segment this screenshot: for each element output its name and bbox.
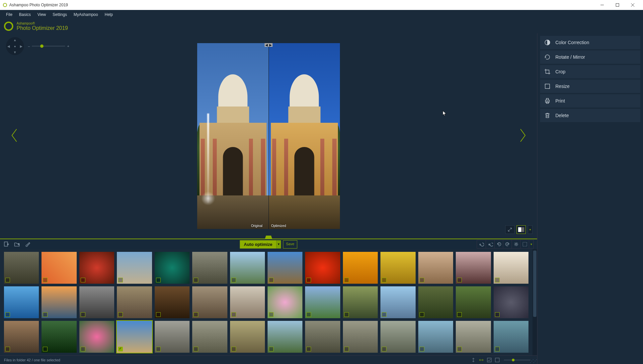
thumbnail[interactable] <box>41 321 76 353</box>
thumbnail-checkbox[interactable] <box>43 278 47 282</box>
thumbnail[interactable] <box>41 252 76 284</box>
rotate-left-button[interactable]: 90 <box>494 240 503 248</box>
thumbnail[interactable] <box>268 321 302 353</box>
thumbnail-checkbox[interactable] <box>81 312 85 317</box>
compare-mode-button[interactable] <box>517 225 526 234</box>
add-folder-button[interactable] <box>14 241 20 247</box>
thumbnail[interactable] <box>380 286 415 318</box>
thumbnail-checkbox[interactable] <box>194 312 198 317</box>
thumbnail-checkbox[interactable] <box>5 312 10 317</box>
thumbnail-checkbox[interactable] <box>156 278 161 282</box>
zoom-minus[interactable]: – <box>28 44 30 48</box>
thumbnail[interactable] <box>117 252 152 284</box>
thumbnail[interactable] <box>230 321 265 353</box>
thumbnail-checkbox[interactable] <box>420 312 424 317</box>
thumbnail[interactable] <box>418 286 453 318</box>
select-all-button[interactable] <box>486 357 493 363</box>
compare-mode-dropdown[interactable]: ▼ <box>528 225 532 234</box>
selection-button[interactable] <box>520 240 529 248</box>
auto-optimize-dropdown[interactable]: ▼ <box>276 240 281 249</box>
menu-myashampoo[interactable]: MyAshampoo <box>71 11 101 18</box>
pan-center-icon[interactable]: ● <box>14 44 16 48</box>
menu-basics[interactable]: Basics <box>16 11 33 18</box>
window-minimize-button[interactable] <box>595 0 610 10</box>
thumbnail[interactable] <box>4 286 39 318</box>
thumbnail-checkbox[interactable] <box>344 347 349 351</box>
pan-down-icon[interactable]: ▼ <box>13 50 17 54</box>
save-button[interactable]: Save <box>283 240 297 249</box>
thumbnail-checkbox[interactable] <box>382 312 386 317</box>
thumbnail-checkbox[interactable] <box>194 278 198 282</box>
pan-right-icon[interactable]: ▶ <box>20 44 23 48</box>
zoom-thumb[interactable] <box>40 44 43 48</box>
thumbnail-checkbox[interactable] <box>382 278 386 282</box>
thumbnail[interactable] <box>192 252 227 284</box>
auto-optimize-button[interactable]: Auto optimize <box>240 240 276 249</box>
pan-left-icon[interactable]: ◀ <box>7 44 10 48</box>
thumbnail[interactable] <box>305 286 340 318</box>
zoom-slider[interactable]: – + <box>28 44 69 48</box>
thumbnail-checkbox[interactable] <box>457 312 462 317</box>
next-image-button[interactable] <box>519 128 527 144</box>
thumbnail[interactable] <box>305 321 340 353</box>
thumbnail-checkbox[interactable] <box>118 347 123 351</box>
undo-button[interactable] <box>477 240 486 248</box>
thumbnail-checkbox[interactable] <box>306 278 311 282</box>
thumbnail[interactable] <box>456 321 491 353</box>
window-maximize-button[interactable] <box>610 0 625 10</box>
thumbnail-checkbox[interactable] <box>43 347 47 351</box>
thumbnail-size-slider[interactable] <box>504 360 530 360</box>
thumbnail-checkbox[interactable] <box>457 347 462 351</box>
thumbnail-checkbox[interactable] <box>344 278 349 282</box>
tool-crop[interactable]: Crop <box>540 65 640 78</box>
thumbnail-checkbox[interactable] <box>420 347 424 351</box>
toolbar-dropdown[interactable]: ▼ <box>529 240 533 248</box>
thumbnail-checkbox[interactable] <box>495 347 500 351</box>
menu-view[interactable]: View <box>35 11 49 18</box>
zoom-plus[interactable]: + <box>67 44 69 48</box>
window-close-button[interactable] <box>625 0 640 10</box>
thumbnail[interactable] <box>456 252 491 284</box>
rotate-right-button[interactable]: 90 <box>503 240 512 248</box>
thumbnail[interactable] <box>155 286 190 318</box>
tool-delete[interactable]: Delete <box>540 109 640 122</box>
thumbnail-checkbox[interactable] <box>306 312 311 317</box>
settings-button[interactable] <box>512 240 520 248</box>
thumbnail-checkbox[interactable] <box>306 347 311 351</box>
tool-rotate-mirror[interactable]: Rotate / Mirror <box>540 50 640 64</box>
thumbnail[interactable] <box>155 252 190 284</box>
undo-all-button[interactable] <box>486 240 494 248</box>
fullscreen-toggle-button[interactable] <box>505 225 515 234</box>
thumbnail[interactable] <box>41 286 76 318</box>
thumbnail[interactable] <box>79 286 114 318</box>
tool-color-correction[interactable]: Color Correction <box>540 36 640 49</box>
thumbnail-checkbox[interactable] <box>420 278 424 282</box>
compare-image[interactable]: ◀▶ Original Optimized <box>197 43 340 229</box>
thumbnail[interactable] <box>230 252 265 284</box>
compare-split-handle[interactable]: ◀▶ <box>265 43 273 47</box>
thumbnail-checkbox[interactable] <box>81 347 85 351</box>
thumbnail[interactable] <box>343 321 378 353</box>
menu-settings[interactable]: Settings <box>50 11 69 18</box>
thumbnail[interactable] <box>4 252 39 284</box>
thumbnail-checkbox[interactable] <box>344 312 349 317</box>
thumbnail[interactable] <box>418 321 453 353</box>
thumbnail-checkbox[interactable] <box>382 347 386 351</box>
thumbnail-checkbox[interactable] <box>156 312 161 317</box>
scrollbar-thumb[interactable] <box>533 251 536 317</box>
compare-split-line[interactable] <box>269 43 269 229</box>
panel-grip-icon[interactable] <box>265 236 272 239</box>
thumbnail[interactable] <box>268 286 302 318</box>
brush-button[interactable] <box>25 241 31 247</box>
add-file-button[interactable] <box>3 241 9 247</box>
thumbnail-checkbox[interactable] <box>81 278 85 282</box>
thumbnail[interactable] <box>494 252 528 284</box>
thumbnail-checkbox[interactable] <box>269 278 274 282</box>
thumbnail-size-thumb[interactable] <box>512 359 515 361</box>
prev-image-button[interactable] <box>10 128 19 144</box>
thumbnail-checkbox[interactable] <box>5 278 10 282</box>
deselect-all-button[interactable] <box>494 357 501 363</box>
menu-file[interactable]: File <box>3 11 15 18</box>
thumbnail[interactable] <box>79 321 114 353</box>
thumbnail[interactable] <box>380 321 415 353</box>
